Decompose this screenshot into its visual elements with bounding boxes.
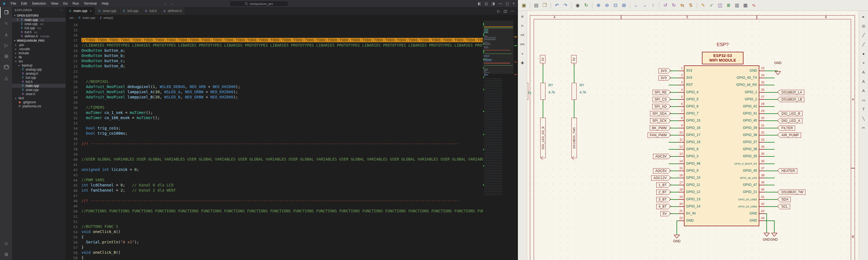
line-number[interactable]: 22 <box>66 64 78 69</box>
code-line[interactable]: //FUNCTIONS FUNCTIONS FUNCTIONS FUNCTION… <box>82 209 483 214</box>
pin-stub[interactable] <box>678 156 684 157</box>
line-number[interactable]: 50 <box>66 209 78 214</box>
code-line[interactable] <box>82 214 483 219</box>
resistor-value[interactable]: 4.7k <box>549 90 555 94</box>
code-line[interactable] <box>82 193 483 198</box>
menu-item-file[interactable]: File <box>8 2 19 5</box>
code-line[interactable] <box>82 203 483 209</box>
pin-stub[interactable] <box>678 142 684 143</box>
explorer-more-actions-button[interactable]: ⋯ <box>60 8 63 12</box>
code-line[interactable] <box>82 22 483 28</box>
global-label-ds18b20_tw5[interactable]: DS18B20_TW5 <box>571 118 577 158</box>
global-label-tool-icon[interactable]: A <box>860 78 867 85</box>
code-line[interactable]: //USER GLOBAL VARIABLES USER GLOBAL VARI… <box>82 157 483 162</box>
menu-item-edit[interactable]: Edit <box>19 2 30 5</box>
wire[interactable] <box>765 199 778 200</box>
units-mil-icon[interactable]: mil <box>519 32 526 38</box>
global-label-ds18b20_la[interactable]: DS18B20_LA <box>779 90 804 95</box>
line-number[interactable]: 55 <box>66 235 78 240</box>
line-number[interactable]: 28 <box>66 95 78 100</box>
project-header[interactable]: ▾ MINIQUARIUM_PRO <box>12 38 66 43</box>
code-line[interactable] <box>82 74 483 79</box>
pin-stub[interactable] <box>759 71 765 71</box>
gnd-symbol[interactable] <box>771 233 777 236</box>
undo-icon[interactable]: ↶ <box>553 2 561 9</box>
text-tool-icon[interactable]: T <box>860 106 867 113</box>
split-editor-button[interactable]: ◫ <box>504 9 507 13</box>
pin-stub[interactable] <box>678 78 684 78</box>
pin-stub[interactable] <box>678 106 684 107</box>
global-label-bk_pwm[interactable]: BK_PWM <box>650 125 669 131</box>
code-line[interactable] <box>82 33 483 38</box>
code-line[interactable] <box>82 69 483 74</box>
tree-item-onwi.h[interactable]: honwi.h <box>12 92 66 96</box>
code-line[interactable]: OneButton button_b; <box>82 53 483 59</box>
code-line[interactable] <box>82 219 483 224</box>
tree-item-analog.cpp[interactable]: Canalog.cpp <box>12 67 66 71</box>
wire[interactable] <box>670 213 678 214</box>
open-editor-item-defines.h[interactable]: hdefines.hinclude <box>12 34 66 38</box>
global-label-dig_led_b[interactable]: DIG_LED_B <box>779 111 802 116</box>
code-line[interactable]: //NEOPIXEL <box>82 79 483 84</box>
open-editor-item-main.cpp[interactable]: ×Cmain.cppsrc <box>12 18 66 22</box>
global-label-adc3v[interactable]: ADC3V <box>653 154 669 159</box>
run-button[interactable]: ▷ <box>497 9 500 13</box>
global-label-4_bt[interactable]: 4_BT <box>656 204 669 209</box>
global-label-adc5v[interactable]: ADC5V <box>653 168 669 173</box>
search-icon[interactable] <box>0 18 12 29</box>
menu-item-view[interactable]: View <box>48 2 61 5</box>
line-number[interactable]: 38 <box>66 147 78 152</box>
power-flag-5v[interactable]: 5V <box>540 55 546 63</box>
pin-stub[interactable] <box>678 99 684 100</box>
tree-item-lcd.cpp[interactable]: Clcd.cpp <box>12 75 66 80</box>
wire[interactable] <box>765 78 775 78</box>
wire[interactable] <box>765 156 775 157</box>
footprint-icon[interactable]: ◫ <box>716 2 724 9</box>
open-editors-header[interactable]: ▾ OPEN EDITORS <box>12 13 66 18</box>
zoom-in-icon[interactable]: ⊕ <box>595 2 602 9</box>
global-label-spi_sda[interactable]: SPI_SDA <box>650 111 669 116</box>
code-line[interactable]: Adafruit_NeoPixel lamppixel_A(30, WSLED_… <box>82 90 483 95</box>
run-debug-icon[interactable]: ▷ <box>0 40 12 51</box>
tab-main.cpp[interactable]: Cmain.cpp× <box>66 7 95 15</box>
line-number[interactable]: 15 <box>66 28 78 33</box>
code-line[interactable]: Adafruit_NeoPixel lamppixel_B(30, WSLED_… <box>82 95 483 100</box>
tree-item-test[interactable]: ▸test <box>12 96 66 100</box>
global-label-3v3[interactable]: 3V3 <box>658 68 669 74</box>
wire[interactable] <box>765 85 775 85</box>
global-label-scl[interactable]: SCL <box>779 204 790 209</box>
pin-stub[interactable] <box>759 163 765 164</box>
power-label-gnd[interactable]: GND <box>671 239 683 243</box>
line-number[interactable]: 56 <box>66 240 78 245</box>
pin-stub[interactable] <box>678 178 684 178</box>
pin-stub[interactable] <box>759 213 765 214</box>
line-number[interactable]: 27 <box>66 90 78 95</box>
global-label-dig_led_a[interactable]: DIG_LED_A <box>779 118 802 123</box>
tab-defines.h[interactable]: hdefines.h <box>160 7 185 15</box>
wire[interactable] <box>765 99 778 100</box>
line-number[interactable]: 14 <box>66 22 78 28</box>
code-line[interactable] <box>82 147 483 152</box>
redo-icon[interactable]: ↷ <box>562 2 569 9</box>
global-label-spi_cs[interactable]: SPI_CS <box>652 97 669 102</box>
resistor-value[interactable]: 4.7k <box>580 90 586 94</box>
line-number[interactable]: 59 <box>66 255 78 260</box>
code-line[interactable] <box>82 162 483 168</box>
line-number[interactable]: 47 <box>66 193 78 198</box>
code-line[interactable]: //TODO:TODO:TODO:TODO:TODO:TODO:TODO:TOD… <box>82 38 483 43</box>
line-number[interactable]: 18 <box>66 43 78 48</box>
wire[interactable] <box>670 78 678 78</box>
pin-stub[interactable] <box>759 192 765 192</box>
tree-item-src[interactable]: ▾src <box>12 59 66 63</box>
pin-stub[interactable] <box>678 185 684 185</box>
code-line[interactable]: OneButton button_d; <box>82 64 483 69</box>
line-number[interactable]: 33 <box>66 121 78 126</box>
prev-sheet-icon[interactable]: ← <box>632 2 640 9</box>
breadcrumb-item[interactable]: setup() <box>103 16 113 20</box>
global-label-ds18b20_lb[interactable]: DS18B20_LB <box>779 97 804 102</box>
menu-item-selection[interactable]: Selection <box>30 2 48 5</box>
code-line[interactable]: muTimer co_1_sek = muTimer(); <box>82 110 483 116</box>
tree-item-include[interactable]: ▸include <box>12 51 66 55</box>
pin-stub[interactable] <box>678 171 684 171</box>
line-number[interactable]: 43 <box>66 173 78 178</box>
